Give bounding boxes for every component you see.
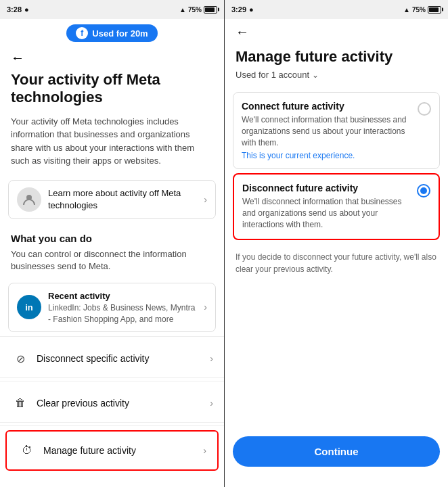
- continue-button[interactable]: Continue: [233, 436, 440, 467]
- signal-icon: ●: [24, 5, 29, 14]
- wifi-icon-right: ▲: [403, 6, 410, 14]
- connect-option-title: Connect future activity: [242, 101, 411, 112]
- learn-more-chevron: ›: [204, 194, 207, 205]
- manage-label: Manage future activity: [37, 445, 203, 456]
- divider-2: [0, 381, 224, 381]
- page-title-right: Manage future activity: [225, 43, 448, 68]
- recent-activity-chevron: ›: [204, 302, 207, 312]
- battery-icon-left: [204, 6, 217, 14]
- back-button-left[interactable]: ←: [0, 45, 224, 68]
- page-title-left: Your activity off Meta technologies: [0, 68, 224, 112]
- description-left: Your activity off Meta technologies incl…: [0, 112, 224, 176]
- account-label: Used for 1 account: [236, 70, 309, 80]
- what-you-can-do-header: What you can do: [0, 223, 224, 247]
- disconnect-radio[interactable]: [417, 184, 430, 198]
- app-pill-inner: f Used for 20m: [66, 24, 157, 42]
- radio-inner-dot: [420, 187, 427, 194]
- recent-activity-title: Recent activity: [48, 290, 197, 302]
- connect-option-desc: We'll connect information that businesse…: [242, 114, 411, 148]
- connect-radio[interactable]: [418, 102, 431, 116]
- manage-action-row[interactable]: ⏱ Manage future activity ›: [7, 432, 217, 469]
- manage-icon: ⏱: [18, 441, 37, 460]
- clear-action-row[interactable]: 🗑 Clear previous activity ›: [0, 384, 224, 423]
- disconnect-option-desc: We'll disconnect information that busine…: [242, 196, 410, 230]
- disconnect-option-text: Disconnect future activity We'll disconn…: [242, 183, 410, 230]
- left-panel: 3:28 ● ▲ 75% f Used for 20m ← Your activ…: [0, 0, 224, 487]
- recent-activity-item[interactable]: in Recent activity LinkedIn: Jobs & Busi…: [8, 283, 216, 333]
- battery-icon-right: [428, 6, 441, 14]
- connect-option-card[interactable]: Connect future activity We'll connect in…: [233, 92, 440, 169]
- what-you-can-do-desc: You can control or disconnect the inform…: [0, 247, 224, 278]
- disconnect-chevron: ›: [210, 353, 213, 364]
- manage-future-highlighted[interactable]: ⏱ Manage future activity ›: [5, 430, 219, 471]
- status-bar-right: 3:29 ● ▲ 75%: [225, 0, 448, 19]
- time-left: 3:28: [7, 5, 22, 14]
- linkedin-icon: in: [17, 295, 41, 319]
- battery-right: 75%: [412, 6, 426, 14]
- status-bar-left: 3:28 ● ▲ 75%: [0, 0, 224, 19]
- disconnect-label: Disconnect specific activity: [30, 353, 210, 364]
- clear-icon: 🗑: [11, 394, 30, 413]
- app-pill: f Used for 20m: [0, 19, 224, 45]
- recent-activity-text: Recent activity LinkedIn: Jobs & Busines…: [48, 290, 197, 325]
- info-text: If you decide to disconnect your future …: [225, 244, 448, 282]
- app-pill-label: Used for 20m: [92, 28, 148, 39]
- clear-label: Clear previous activity: [30, 398, 210, 409]
- manage-chevron: ›: [203, 445, 206, 456]
- account-chevron-down-icon: ⌄: [312, 70, 319, 80]
- disconnect-action-row[interactable]: ⊘ Disconnect specific activity ›: [0, 340, 224, 378]
- learn-more-item[interactable]: Learn more about activity off Meta techn…: [8, 180, 216, 219]
- disconnect-icon: ⊘: [11, 349, 30, 368]
- learn-more-icon: [17, 187, 41, 212]
- learn-more-text: Learn more about activity off Meta techn…: [48, 187, 197, 212]
- recent-activity-subtext: LinkedIn: Jobs & Business News, Myntra -…: [48, 302, 197, 325]
- wifi-icon: ▲: [179, 6, 186, 14]
- right-panel: 3:29 ● ▲ 75% ← Manage future activity Us…: [224, 0, 448, 487]
- battery-left: 75%: [188, 6, 202, 14]
- connect-option-text: Connect future activity We'll connect in…: [242, 101, 411, 160]
- divider-3: [0, 425, 224, 426]
- left-panel-content: f Used for 20m ← Your activity off Meta …: [0, 19, 224, 487]
- disconnect-option-title: Disconnect future activity: [242, 183, 410, 193]
- connect-option-link: This is your current experience.: [242, 151, 411, 160]
- account-selector[interactable]: Used for 1 account ⌄: [225, 68, 448, 88]
- divider-1: [0, 336, 224, 337]
- disconnect-option-card[interactable]: Disconnect future activity We'll disconn…: [233, 173, 440, 239]
- fb-icon: f: [76, 27, 88, 39]
- signal-icon-right: ●: [249, 5, 254, 14]
- time-right: 3:29: [231, 5, 246, 14]
- clear-chevron: ›: [210, 398, 213, 409]
- back-button-right[interactable]: ←: [225, 19, 448, 43]
- right-main-content: Connect future activity We'll connect in…: [225, 88, 448, 487]
